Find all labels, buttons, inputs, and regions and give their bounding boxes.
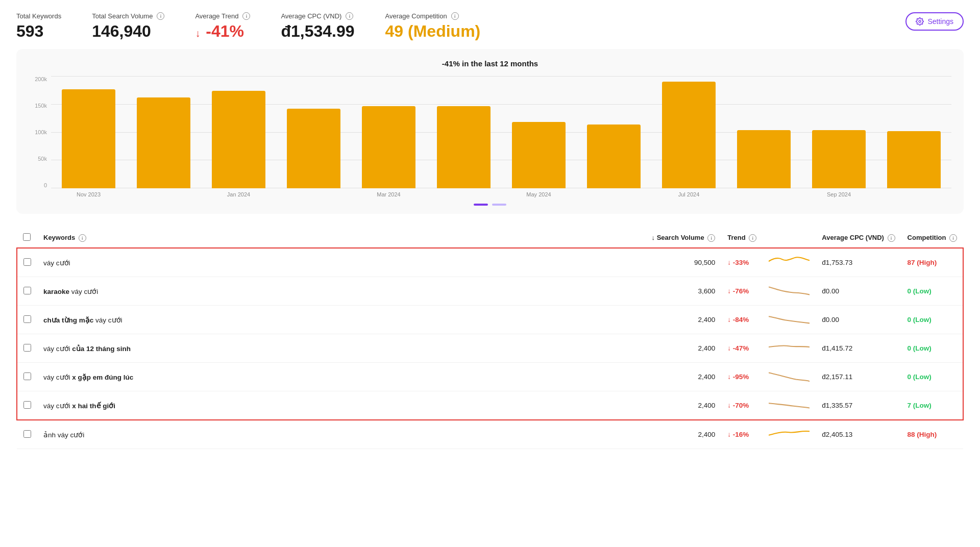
bar[interactable] [137, 97, 191, 188]
select-all-checkbox[interactable] [23, 233, 31, 241]
bar[interactable] [362, 106, 416, 188]
row-keyword: váy cưới x gặp em đúng lúc [37, 363, 646, 391]
sv-col-info-icon[interactable]: i [707, 234, 715, 242]
x-label [276, 191, 351, 197]
x-label [426, 191, 501, 197]
row-checkbox[interactable] [23, 315, 31, 323]
sparkline-svg [769, 397, 810, 412]
sparkline-svg [769, 283, 810, 297]
header-keywords: Keywords i [37, 228, 646, 248]
row-checkbox-cell [17, 306, 37, 334]
row-sparkline [763, 391, 816, 420]
row-keyword: váy cưới x hai thế giới [37, 391, 646, 420]
row-competition: 88 (High) [901, 420, 963, 449]
row-search-volume: 2,400 [646, 306, 722, 334]
total-keywords-value: 593 [16, 22, 61, 41]
bar-group [651, 76, 726, 188]
bar[interactable] [512, 122, 566, 188]
average-competition-stat: Average Competition i 49 (Medium) [385, 12, 481, 41]
row-sparkline [763, 363, 816, 391]
x-label: Nov 2023 [51, 191, 126, 197]
average-cpc-info-icon[interactable]: i [346, 12, 353, 20]
row-cpc: đ2,405.13 [816, 420, 901, 449]
bar[interactable] [662, 82, 716, 188]
trend-down-arrow: ↓ [195, 28, 200, 39]
trend-col-info-icon[interactable]: i [749, 234, 756, 242]
y-axis: 0 50k 100k 150k 200k [29, 76, 47, 188]
row-checkbox-cell [17, 420, 37, 449]
chart-title: -41% in the last 12 months [29, 59, 951, 68]
row-keyword: ảnh váy cưới [37, 420, 646, 449]
row-checkbox-cell [17, 277, 37, 306]
total-sv-info-icon[interactable]: i [157, 12, 164, 20]
row-checkbox[interactable] [23, 344, 31, 352]
bar-group [876, 76, 951, 188]
total-keywords-label: Total Keywords [16, 12, 61, 20]
row-search-volume: 90,500 [646, 248, 722, 277]
row-checkbox[interactable] [23, 287, 31, 294]
row-search-volume: 3,600 [646, 277, 722, 306]
bar-group [276, 76, 351, 188]
average-trend-info-icon[interactable]: i [242, 12, 250, 20]
average-trend-stat: Average Trend i ↓ -41% [195, 12, 250, 41]
row-checkbox[interactable] [23, 258, 31, 266]
chart-dot-purple [474, 204, 488, 206]
bar[interactable] [887, 131, 941, 188]
row-competition: 0 (Low) [901, 363, 963, 391]
row-competition: 0 (Low) [901, 306, 963, 334]
x-label [876, 191, 951, 197]
row-sparkline [763, 334, 816, 363]
bar[interactable] [62, 89, 116, 188]
bar[interactable] [437, 106, 491, 188]
bar[interactable] [587, 125, 641, 188]
bar[interactable] [212, 91, 266, 188]
x-label: Jul 2024 [651, 191, 726, 197]
row-search-volume: 2,400 [646, 334, 722, 363]
header-competition: Competition i [901, 228, 963, 248]
sparkline-svg [769, 427, 810, 441]
average-competition-info-icon[interactable]: i [451, 12, 459, 20]
keywords-col-info-icon[interactable]: i [79, 234, 86, 242]
row-competition: 0 (Low) [901, 334, 963, 363]
settings-icon [916, 17, 924, 26]
row-checkbox-cell [17, 391, 37, 420]
row-sparkline [763, 277, 816, 306]
bar[interactable] [737, 130, 791, 188]
table-header-row: Keywords i ↓ Search Volume i Trend i Ave… [17, 228, 963, 248]
x-labels: Nov 2023Jan 2024Mar 2024May 2024Jul 2024… [51, 191, 951, 197]
row-sparkline [763, 420, 816, 449]
row-trend: ↓ -95% [721, 363, 763, 391]
row-sparkline [763, 306, 816, 334]
row-competition: 7 (Low) [901, 391, 963, 420]
row-trend: ↓ -70% [721, 391, 763, 420]
average-trend-value: ↓ -41% [195, 22, 250, 41]
row-cpc: đ0.00 [816, 277, 901, 306]
average-competition-value: 49 (Medium) [385, 22, 481, 41]
bar[interactable] [287, 109, 341, 188]
comp-col-info-icon[interactable]: i [949, 234, 957, 242]
total-search-volume-label: Total Search Volume i [92, 12, 164, 20]
x-label [576, 191, 651, 197]
header-trend: Trend i [721, 228, 763, 248]
x-label [726, 191, 801, 197]
table-row: váy cưới x gặp em đúng lúc2,400↓ -95% đ2… [17, 363, 963, 391]
x-label [126, 191, 201, 197]
row-checkbox[interactable] [23, 372, 31, 380]
average-cpc-value: đ1,534.99 [281, 22, 354, 41]
row-checkbox[interactable] [23, 401, 31, 409]
cpc-col-info-icon[interactable]: i [888, 234, 895, 242]
chart-area: 0 50k 100k 150k 200k [29, 76, 951, 188]
bar-group [351, 76, 426, 188]
row-checkbox[interactable] [23, 430, 31, 438]
table-row: karaoke váy cưới3,600↓ -76% đ0.000 (Low) [17, 277, 963, 306]
average-competition-label: Average Competition i [385, 12, 481, 20]
row-search-volume: 2,400 [646, 391, 722, 420]
row-sparkline [763, 248, 816, 277]
header-search-volume[interactable]: ↓ Search Volume i [646, 228, 722, 248]
sparkline-svg [769, 255, 810, 269]
row-keyword: váy cưới của 12 tháng sinh [37, 334, 646, 363]
row-search-volume: 2,400 [646, 420, 722, 449]
settings-button[interactable]: Settings [905, 12, 964, 31]
row-keyword: váy cưới [37, 248, 646, 277]
bar[interactable] [812, 130, 866, 188]
